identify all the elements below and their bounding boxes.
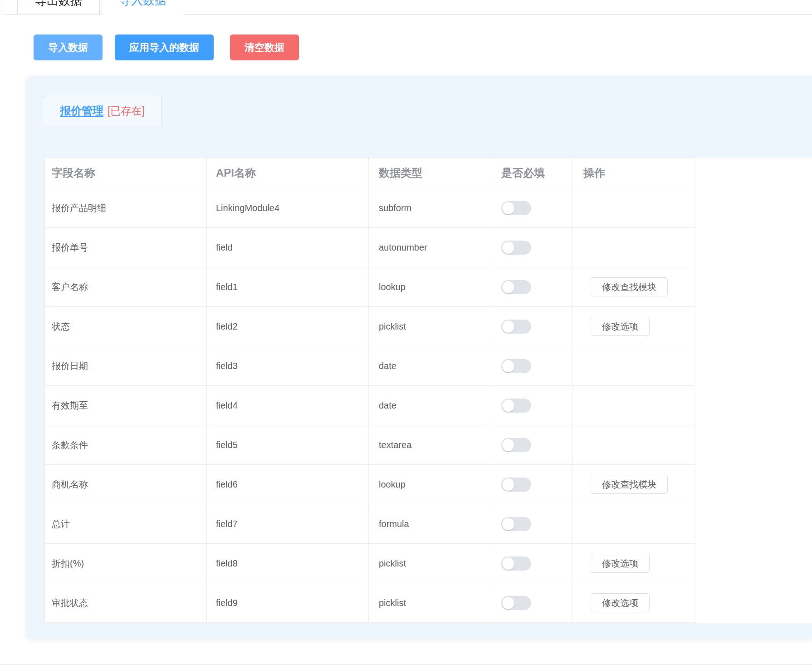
data-type-cell: lookup — [369, 465, 491, 504]
data-type-cell: autonumber — [369, 228, 491, 267]
required-cell — [491, 228, 572, 267]
api-name-cell: field4 — [207, 386, 369, 425]
action-cell — [572, 504, 695, 544]
fields-table-band: 字段名称API名称数据类型是否必填操作 报价产品明细LinkingModule4… — [44, 158, 812, 623]
modify-lookup-module-button[interactable]: 修改查找模块 — [591, 277, 668, 296]
field-name-cell: 条款条件 — [45, 425, 207, 465]
toggle-knob — [502, 597, 514, 609]
apply-imported-data-button[interactable]: 应用导入的数据 — [115, 34, 214, 60]
field-name-cell: 商机名称 — [45, 465, 207, 504]
module-panel: 报价管理 [已存在] 字段名称API名称数据类型是否必填操作 报价产品明细Lin… — [26, 76, 812, 639]
required-toggle[interactable] — [501, 399, 531, 413]
required-toggle[interactable] — [501, 320, 531, 334]
column-header-2: API名称 — [207, 158, 369, 188]
api-name-cell: field8 — [207, 544, 369, 583]
data-type-cell: picklist — [369, 307, 491, 346]
data-type-cell: picklist — [369, 544, 491, 583]
toggle-knob — [502, 439, 514, 451]
api-name-cell: field — [207, 228, 369, 267]
required-cell — [491, 386, 572, 425]
table-row: 报价产品明细LinkingModule4subform — [45, 188, 695, 228]
toggle-knob — [502, 202, 514, 214]
column-header-4: 是否必填 — [491, 158, 572, 188]
toggle-knob — [502, 241, 514, 254]
import-data-button[interactable]: 导入数据 — [34, 34, 103, 60]
clear-data-button[interactable]: 清空数据 — [230, 34, 299, 60]
tab-export-data[interactable]: 导出数据 — [17, 0, 100, 14]
field-name-cell: 报价单号 — [45, 228, 207, 267]
data-type-cell: date — [369, 386, 491, 425]
required-cell — [491, 346, 572, 386]
data-type-cell: formula — [369, 504, 491, 544]
api-name-cell: field5 — [207, 425, 369, 465]
column-header-1: 字段名称 — [45, 158, 207, 188]
modify-options-button[interactable]: 修改选项 — [591, 554, 650, 573]
required-cell — [491, 307, 572, 346]
action-cell — [572, 346, 695, 386]
api-name-cell: field7 — [207, 504, 369, 544]
action-cell: 修改选项 — [572, 307, 695, 346]
action-cell — [572, 386, 695, 425]
action-cell — [572, 228, 695, 267]
tab-module-quote-management[interactable]: 报价管理 [已存在] — [43, 95, 162, 126]
table-row: 客户名称field1lookup修改查找模块 — [45, 267, 695, 307]
required-toggle[interactable] — [501, 557, 531, 571]
action-cell — [572, 425, 695, 465]
action-cell: 修改选项 — [572, 583, 695, 623]
toggle-knob — [502, 360, 514, 372]
modify-options-button[interactable]: 修改选项 — [591, 593, 650, 612]
table-body: 报价产品明细LinkingModule4subform报价单号fieldauto… — [45, 188, 695, 623]
required-toggle[interactable] — [501, 438, 531, 452]
required-toggle[interactable] — [501, 359, 531, 373]
action-cell: 修改查找模块 — [572, 465, 695, 504]
field-name-cell: 审批状态 — [45, 583, 207, 623]
required-cell — [491, 544, 572, 583]
required-toggle[interactable] — [501, 478, 531, 492]
fields-table: 字段名称API名称数据类型是否必填操作 报价产品明细LinkingModule4… — [44, 158, 695, 623]
required-cell — [491, 583, 572, 623]
data-type-cell: picklist — [369, 583, 491, 623]
required-toggle[interactable] — [501, 517, 531, 531]
table-row: 条款条件field5textarea — [45, 425, 695, 465]
field-name-cell: 客户名称 — [45, 267, 207, 307]
modify-options-button[interactable]: 修改选项 — [591, 317, 650, 336]
tab-export-data-label: 导出数据 — [35, 0, 82, 7]
required-cell — [491, 504, 572, 544]
required-toggle[interactable] — [501, 241, 531, 255]
required-cell — [491, 425, 572, 465]
data-type-cell: date — [369, 346, 491, 386]
table-row: 有效期至field4date — [45, 386, 695, 425]
toggle-knob — [502, 518, 514, 530]
field-name-cell: 折扣(%) — [45, 544, 207, 583]
table-row: 审批状态field9picklist修改选项 — [45, 583, 695, 623]
required-toggle[interactable] — [501, 201, 531, 215]
required-toggle[interactable] — [501, 596, 531, 610]
toggle-knob — [502, 478, 514, 491]
action-cell: 修改查找模块 — [572, 267, 695, 307]
api-name-cell: LinkingModule4 — [207, 188, 369, 228]
toggle-knob — [502, 557, 514, 570]
field-name-cell: 总计 — [45, 504, 207, 544]
modify-lookup-module-button[interactable]: 修改查找模块 — [591, 475, 668, 494]
column-header-5: 操作 — [572, 158, 695, 188]
table-row: 状态field2picklist修改选项 — [45, 307, 695, 346]
api-name-cell: field6 — [207, 465, 369, 504]
field-name-cell: 报价产品明细 — [45, 188, 207, 228]
module-name-link[interactable]: 报价管理 — [60, 103, 103, 118]
page: 导出数据 导入数据 导入数据 应用导入的数据 清空数据 报价管理 [已存在] 字… — [0, 0, 812, 670]
api-name-cell: field1 — [207, 267, 369, 307]
container-left-border — [3, 0, 3, 14]
table-row: 折扣(%)field8picklist修改选项 — [45, 544, 695, 583]
api-name-cell: field3 — [207, 346, 369, 386]
action-cell: 修改选项 — [572, 544, 695, 583]
module-exists-badge: [已存在] — [108, 104, 145, 118]
data-type-cell: lookup — [369, 267, 491, 307]
tab-import-data[interactable]: 导入数据 — [102, 0, 184, 15]
table-row: 商机名称field6lookup修改查找模块 — [45, 465, 695, 504]
required-toggle[interactable] — [501, 280, 531, 294]
field-name-cell: 有效期至 — [45, 386, 207, 425]
data-type-cell: textarea — [369, 425, 491, 465]
table-header-row: 字段名称API名称数据类型是否必填操作 — [45, 158, 695, 188]
field-name-cell: 状态 — [45, 307, 207, 346]
page-bottom-divider — [0, 664, 812, 665]
